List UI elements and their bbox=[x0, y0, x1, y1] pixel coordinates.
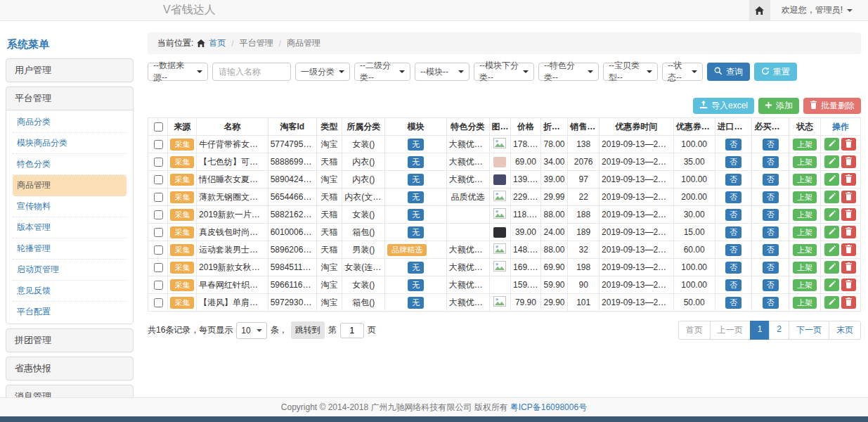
add-button[interactable]: 添加 bbox=[758, 98, 799, 114]
jump-button[interactable]: 跳转到 bbox=[291, 321, 325, 339]
edit-button[interactable] bbox=[824, 155, 839, 168]
delete-button[interactable] bbox=[841, 208, 856, 221]
import-select-badge[interactable]: 否 bbox=[725, 297, 741, 309]
must-buy-badge[interactable]: 否 bbox=[763, 156, 779, 168]
sidebar-item-2[interactable]: 特色分类 bbox=[13, 154, 127, 175]
must-buy-badge[interactable]: 否 bbox=[763, 174, 779, 186]
row-checkbox[interactable] bbox=[154, 298, 163, 307]
must-buy-badge[interactable]: 否 bbox=[763, 191, 779, 203]
search-input[interactable] bbox=[212, 63, 291, 81]
status-badge[interactable]: 上架 bbox=[793, 209, 817, 221]
edit-button[interactable] bbox=[824, 296, 839, 309]
home-button[interactable] bbox=[749, 0, 770, 20]
delete-button[interactable] bbox=[841, 243, 856, 256]
sidebar-item-9[interactable]: 平台配置 bbox=[13, 302, 127, 322]
module-badge[interactable]: 无 bbox=[408, 226, 424, 238]
delete-button[interactable] bbox=[841, 155, 856, 168]
sidebar-item-0[interactable]: 商品分类 bbox=[13, 112, 127, 133]
pager-item-1[interactable]: 上一页 bbox=[710, 321, 751, 340]
row-checkbox[interactable] bbox=[154, 228, 163, 237]
row-checkbox[interactable] bbox=[154, 210, 163, 219]
module-badge[interactable]: 无 bbox=[408, 191, 424, 203]
sidebar-item-6[interactable]: 轮播管理 bbox=[13, 238, 127, 260]
status-badge[interactable]: 上架 bbox=[793, 174, 817, 186]
module-badge[interactable]: 无 bbox=[408, 209, 424, 221]
import-excel-button[interactable]: 导入excel bbox=[693, 98, 754, 114]
batch-delete-button[interactable]: 批量删除 bbox=[803, 98, 861, 114]
filter-select-item-type[interactable]: --宝贝类型-- bbox=[603, 63, 658, 81]
delete-button[interactable] bbox=[841, 261, 856, 274]
pager-item-2[interactable]: 1 bbox=[750, 321, 770, 340]
edit-button[interactable] bbox=[824, 243, 839, 256]
module-badge[interactable]: 无 bbox=[408, 262, 424, 274]
import-select-badge[interactable]: 否 bbox=[725, 139, 741, 151]
import-select-badge[interactable]: 否 bbox=[725, 156, 741, 168]
row-checkbox[interactable] bbox=[154, 158, 163, 167]
status-badge[interactable]: 上架 bbox=[793, 156, 817, 168]
delete-button[interactable] bbox=[841, 226, 856, 238]
per-page-select[interactable]: 10 bbox=[236, 322, 266, 339]
filter-select-status[interactable]: --状态-- bbox=[662, 63, 703, 81]
import-select-badge[interactable]: 否 bbox=[725, 244, 741, 256]
user-menu[interactable]: 欢迎您，管理员! bbox=[770, 4, 868, 16]
module-badge[interactable]: 无 bbox=[408, 297, 424, 309]
module-badge[interactable]: 品牌精选 bbox=[387, 244, 427, 256]
sidebar-item-3[interactable]: 商品管理 bbox=[13, 175, 127, 196]
delete-button[interactable] bbox=[841, 296, 856, 309]
status-badge[interactable]: 上架 bbox=[793, 262, 817, 274]
page-number-input[interactable] bbox=[340, 323, 364, 338]
must-buy-badge[interactable]: 否 bbox=[763, 244, 779, 256]
must-buy-badge[interactable]: 否 bbox=[763, 139, 779, 151]
import-select-badge[interactable]: 否 bbox=[725, 209, 741, 221]
import-select-badge[interactable]: 否 bbox=[725, 279, 741, 291]
pager-item-0[interactable]: 首页 bbox=[678, 321, 711, 340]
select-all-checkbox[interactable] bbox=[154, 122, 163, 132]
pager-item-5[interactable]: 末页 bbox=[829, 321, 861, 340]
edit-button[interactable] bbox=[824, 173, 839, 186]
module-badge[interactable]: 无 bbox=[408, 139, 424, 151]
edit-button[interactable] bbox=[824, 138, 839, 151]
sidebar-group-3[interactable]: 省惠快报 bbox=[6, 357, 133, 380]
status-badge[interactable]: 上架 bbox=[793, 191, 817, 203]
import-select-badge[interactable]: 否 bbox=[725, 226, 741, 238]
status-badge[interactable]: 上架 bbox=[793, 139, 817, 151]
status-badge[interactable]: 上架 bbox=[793, 279, 817, 291]
edit-button[interactable] bbox=[824, 191, 839, 203]
must-buy-badge[interactable]: 否 bbox=[763, 209, 779, 221]
row-checkbox[interactable] bbox=[154, 175, 163, 184]
filter-select-module[interactable]: --模块-- bbox=[415, 63, 469, 81]
module-badge[interactable]: 无 bbox=[408, 174, 424, 186]
edit-button[interactable] bbox=[824, 226, 839, 238]
must-buy-badge[interactable]: 否 bbox=[763, 226, 779, 238]
row-checkbox[interactable] bbox=[154, 193, 163, 202]
delete-button[interactable] bbox=[841, 138, 856, 151]
sidebar-group-2[interactable]: 拼团管理 bbox=[6, 329, 133, 352]
import-select-badge[interactable]: 否 bbox=[725, 174, 741, 186]
sidebar-group-4[interactable]: 消息管理 bbox=[6, 385, 133, 397]
row-checkbox[interactable] bbox=[154, 281, 163, 290]
delete-button[interactable] bbox=[841, 173, 856, 186]
sidebar-item-1[interactable]: 模块商品分类 bbox=[13, 133, 127, 154]
filter-select-level2-category[interactable]: --二级分类-- bbox=[354, 63, 410, 81]
must-buy-badge[interactable]: 否 bbox=[763, 262, 779, 274]
filter-select-feature-category[interactable]: --特色分类-- bbox=[538, 63, 599, 81]
sidebar-item-5[interactable]: 版本管理 bbox=[13, 217, 127, 238]
status-badge[interactable]: 上架 bbox=[793, 226, 817, 238]
status-badge[interactable]: 上架 bbox=[793, 297, 817, 309]
row-checkbox[interactable] bbox=[154, 245, 163, 255]
module-badge[interactable]: 无 bbox=[408, 279, 424, 291]
icp-link[interactable]: 粤ICP备16098006号 bbox=[510, 402, 587, 414]
status-badge[interactable]: 上架 bbox=[793, 244, 817, 256]
filter-select-module-subcategory[interactable]: --模块下分类-- bbox=[474, 63, 534, 81]
sidebar-item-4[interactable]: 宣传物料 bbox=[13, 196, 127, 217]
reset-button[interactable]: 重置 bbox=[754, 63, 797, 81]
delete-button[interactable] bbox=[841, 279, 856, 291]
sidebar-group-0[interactable]: 用户管理 bbox=[6, 59, 133, 82]
row-checkbox[interactable] bbox=[154, 140, 163, 149]
edit-button[interactable] bbox=[824, 279, 839, 291]
edit-button[interactable] bbox=[824, 208, 839, 221]
must-buy-badge[interactable]: 否 bbox=[763, 279, 779, 291]
import-select-badge[interactable]: 否 bbox=[725, 191, 741, 203]
sidebar-item-8[interactable]: 意见反馈 bbox=[13, 281, 127, 302]
edit-button[interactable] bbox=[824, 261, 839, 274]
